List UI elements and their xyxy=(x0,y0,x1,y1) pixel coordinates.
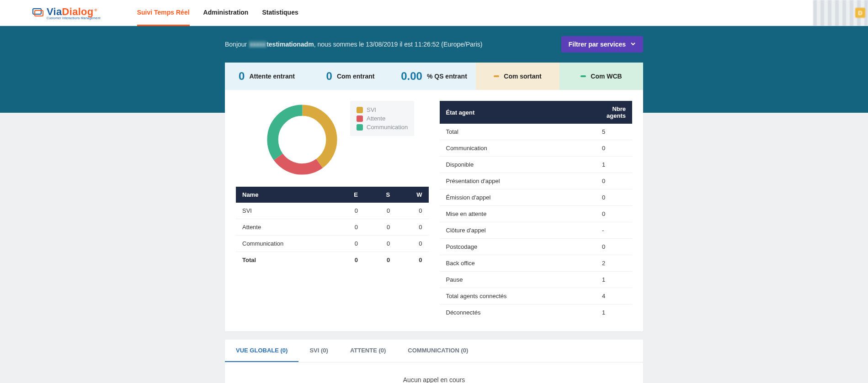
top-nav: ViaDialog® Customer Interactions Managem… xyxy=(0,0,868,26)
kpi-value: 0 xyxy=(326,70,332,83)
th-w: W xyxy=(396,187,428,203)
svg-point-6 xyxy=(283,121,322,159)
swatch-icon xyxy=(357,124,363,131)
kpi-label: Attente entrant xyxy=(249,73,295,80)
tab-vue-globale[interactable]: VUE GLOBALE (0) xyxy=(225,340,298,362)
table-row: Présentation d'appel0 xyxy=(440,173,633,189)
th-agent-count: Nbre agents xyxy=(596,101,632,124)
kpi-card: 0 Attente entrant 0 Com entrant 0.00 % Q… xyxy=(225,63,643,331)
table-row: SVI 0 0 0 xyxy=(236,203,429,219)
greeting-text: Bonjour xxxxxtestimationadm, nous sommes… xyxy=(225,41,483,48)
logo-icon xyxy=(32,7,44,19)
user-area[interactable]: D xyxy=(813,0,868,26)
th-agent-state: État agent xyxy=(440,101,596,124)
table-row: Déconnectés1 xyxy=(440,304,633,321)
table-row: Back office2 xyxy=(440,255,633,272)
filter-services-label: Filtrer par services xyxy=(569,41,626,48)
table-row: Disponible1 xyxy=(440,157,633,173)
nav-tabs: Suivi Temps Réel Administration Statisti… xyxy=(137,0,298,26)
tab-svi[interactable]: SVI (0) xyxy=(298,340,339,362)
brand-name-2: Dialog xyxy=(62,6,94,17)
kpi-label: % QS entrant xyxy=(427,73,467,80)
th-e: E xyxy=(332,187,364,203)
donut-chart xyxy=(263,101,341,178)
kpi-row: 0 Attente entrant 0 Com entrant 0.00 % Q… xyxy=(225,63,643,90)
calls-tabs: VUE GLOBALE (0) SVI (0) ATTENTE (0) COMM… xyxy=(225,340,643,362)
svg-rect-0 xyxy=(33,9,41,14)
kpi-label: Com entrant xyxy=(337,73,374,80)
table-row-total: Total 0 0 0 xyxy=(236,252,429,268)
donut-legend: SVI Attente Communication xyxy=(350,101,414,136)
table-row: Clôture d'appel- xyxy=(440,222,633,239)
table-row: Communication0 xyxy=(440,140,633,157)
table-row: Total agents connectés4 xyxy=(440,288,633,304)
table-row: Postcodage0 xyxy=(440,239,633,255)
swatch-icon xyxy=(357,115,363,122)
table-row: Total5 xyxy=(440,124,633,140)
kpi-qs-entrant: 0.00 % QS entrant xyxy=(392,63,476,90)
kpi-label: Com WCB xyxy=(591,73,622,80)
table-row: Pause1 xyxy=(440,272,633,288)
brand-name-1: Via xyxy=(47,6,62,17)
user-avatar[interactable]: D xyxy=(855,8,865,18)
table-row: Attente 0 0 0 xyxy=(236,219,429,236)
swatch-icon xyxy=(357,107,363,113)
call-table: Name E S W SVI 0 0 0 Attente 0 xyxy=(236,187,429,268)
kpi-value: 0 xyxy=(239,70,245,83)
nav-tab-stats[interactable]: Statistiques xyxy=(262,0,298,26)
tab-communication[interactable]: COMMUNICATION (0) xyxy=(397,340,479,362)
brand-logo[interactable]: ViaDialog® Customer Interactions Managem… xyxy=(32,6,101,20)
table-row: Communication 0 0 0 xyxy=(236,236,429,252)
legend-item-attente: Attente xyxy=(357,114,408,123)
tab-empty-message: Aucun appel en cours xyxy=(225,362,643,383)
donut-chart-area: SVI Attente Communication xyxy=(236,101,429,178)
kpi-attente-entrant: 0 Attente entrant xyxy=(225,63,309,90)
kpi-com-entrant: 0 Com entrant xyxy=(309,63,392,90)
legend-item-svi: SVI xyxy=(357,105,408,114)
chevron-down-icon xyxy=(630,41,636,48)
filter-services-button[interactable]: Filtrer par services xyxy=(561,36,643,52)
svg-rect-1 xyxy=(35,10,43,16)
table-row: Émission d'appel0 xyxy=(440,189,633,206)
nav-tab-admin[interactable]: Administration xyxy=(203,0,249,26)
dash-icon xyxy=(580,75,586,77)
th-name: Name xyxy=(236,187,332,203)
legend-item-communication: Communication xyxy=(357,123,408,131)
agent-table: État agent Nbre agents Total5Communicati… xyxy=(440,101,633,320)
table-row: Mise en attente0 xyxy=(440,206,633,222)
kpi-com-sortant: Com sortant xyxy=(476,63,559,90)
kpi-com-wcb: Com WCB xyxy=(559,63,643,90)
calls-tabs-card: VUE GLOBALE (0) SVI (0) ATTENTE (0) COMM… xyxy=(225,340,643,383)
th-s: S xyxy=(364,187,396,203)
kpi-label: Com sortant xyxy=(504,73,541,80)
dash-icon xyxy=(494,75,499,77)
brand-reg: ® xyxy=(95,8,97,12)
tab-attente[interactable]: ATTENTE (0) xyxy=(339,340,397,362)
nav-tab-realtime[interactable]: Suivi Temps Réel xyxy=(137,0,190,26)
kpi-value: 0.00 xyxy=(401,70,422,83)
brand-tagline: Customer Interactions Management xyxy=(47,16,101,20)
